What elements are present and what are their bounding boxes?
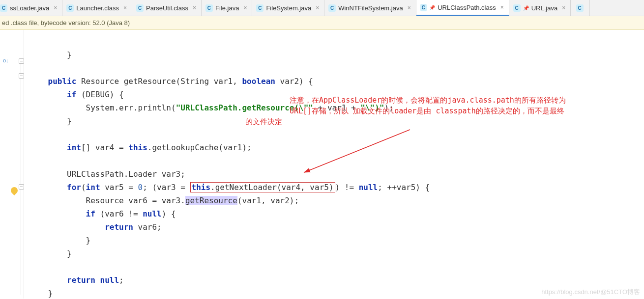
tab-overflow[interactable]: C [571, 0, 590, 16]
annotation-text: 注意，在AppClassLoader的时候，会将配置的java.class.pa… [290, 95, 644, 127]
fold-toggle-icon[interactable] [19, 73, 24, 79]
tab-label: URLClassPath.class [438, 4, 496, 11]
tab-parseutil[interactable]: C ParseUtil.class × [132, 0, 202, 16]
close-icon[interactable]: × [498, 4, 504, 11]
tab-label: ParseUtil.class [146, 4, 188, 12]
tab-ssloader[interactable]: C ssLoader.java × [0, 0, 62, 16]
code-text [29, 130, 34, 139]
code-text: } [29, 116, 72, 126]
code-text: } [29, 289, 53, 298]
fold-toggle-icon[interactable] [19, 58, 24, 64]
code-text: for(int var5 = 0; (var3 = this.getNextLo… [29, 182, 430, 192]
code-text: } [29, 236, 90, 245]
class-icon: C [576, 4, 584, 12]
code-area[interactable]: } public Resource getResource(String var… [24, 30, 644, 299]
class-icon: C [66, 4, 74, 12]
close-icon[interactable]: × [406, 4, 411, 11]
code-text: return var6; [29, 222, 162, 232]
close-icon[interactable]: × [560, 4, 565, 11]
code-text: if (var6 != null) { [29, 209, 176, 218]
close-icon[interactable]: × [241, 4, 247, 11]
tab-urlclasspath[interactable]: C 📌 URLClassPath.class × [416, 0, 509, 16]
tab-label: File.java [215, 4, 239, 12]
annotation-arrow-icon [297, 126, 425, 180]
code-text: int[] var4 = this.getLookupCache(var1); [29, 143, 252, 152]
class-icon: C [256, 4, 263, 12]
pin-icon: 📌 [523, 5, 529, 11]
highlighted-call-box: this.getNextLoader(var4, var5) [190, 182, 335, 192]
class-icon: C [205, 4, 213, 12]
tab-label: Launcher.class [76, 4, 119, 12]
tab-launcher[interactable]: C Launcher.class × [62, 0, 132, 16]
tab-label: ssLoader.java [10, 4, 49, 12]
banner-text: ed .class file, bytecode version: 52.0 (… [2, 19, 130, 27]
close-icon[interactable]: × [121, 4, 127, 11]
code-text: return null; [29, 275, 124, 285]
editor-area[interactable]: o↓ } public Resource getResource(String … [0, 30, 644, 299]
pin-icon: 📌 [429, 5, 435, 10]
close-icon[interactable]: × [191, 4, 196, 11]
code-text: Resource var6 = var3.getResource(var1, v… [29, 196, 299, 205]
fold-toggle-icon[interactable] [19, 184, 24, 190]
watermark-text: https://blog.csdn.net/@51CTO博客 [541, 288, 640, 297]
tab-file[interactable]: C File.java × [202, 0, 252, 16]
gutter[interactable]: o↓ [0, 30, 24, 299]
close-icon[interactable]: × [314, 4, 319, 11]
code-text [29, 156, 34, 165]
override-marker-icon[interactable]: o↓ [3, 57, 9, 63]
code-text: if (DEBUG) { [29, 90, 124, 99]
tab-label: WinNTFileSystem.java [338, 4, 403, 12]
class-icon: C [0, 4, 7, 12]
tab-url[interactable]: C 📌 URL.java × [509, 0, 571, 16]
tab-filesystem[interactable]: C FileSystem.java × [252, 0, 324, 16]
selected-text: getResource [185, 196, 237, 205]
svg-line-0 [304, 130, 410, 172]
code-text [29, 262, 34, 272]
editor-tab-bar: C ssLoader.java × C Launcher.class × C P… [0, 0, 644, 16]
class-icon: C [136, 4, 144, 12]
code-text: URLClassPath.Loader var3; [29, 169, 185, 179]
tab-label: URL.java [531, 4, 557, 12]
code-text: public Resource getResource(String var1,… [29, 77, 313, 86]
close-icon[interactable]: × [52, 4, 57, 11]
tab-label: FileSystem.java [266, 4, 311, 12]
class-icon: C [513, 4, 521, 12]
code-text: } [29, 50, 72, 59]
decompiled-banner: ed .class file, bytecode version: 52.0 (… [0, 16, 644, 30]
fold-guide [21, 64, 21, 295]
intention-bulb-icon[interactable] [9, 186, 19, 195]
tab-winnt[interactable]: C WinNTFileSystem.java × [324, 0, 416, 16]
class-icon: C [420, 4, 427, 11]
class-icon: C [328, 4, 336, 12]
code-text: } [29, 249, 72, 258]
